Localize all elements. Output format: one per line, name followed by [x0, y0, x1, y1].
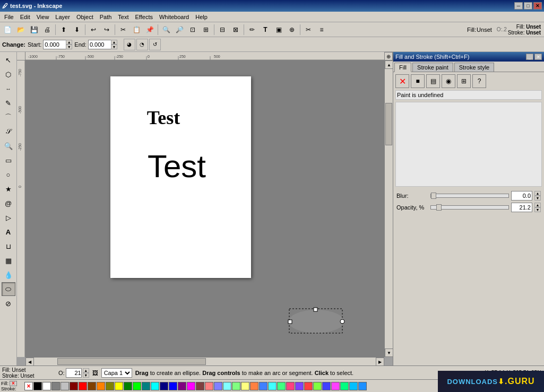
- color-swatch-aqua[interactable]: [268, 382, 277, 390]
- menu-whiteboard[interactable]: Whiteboard: [156, 13, 192, 21]
- color-swatch-chartreuse[interactable]: [313, 382, 322, 390]
- pencil-tool[interactable]: ✎: [2, 96, 15, 110]
- scroll-left-button[interactable]: ◀: [25, 358, 34, 365]
- zoom-corner-button[interactable]: ⊕: [384, 52, 393, 60]
- dropper-tool[interactable]: 💧: [2, 268, 15, 282]
- rect-tool[interactable]: ▭: [2, 153, 15, 167]
- color-swatch-rose[interactable]: [286, 382, 295, 390]
- color-swatch-pink[interactable]: [205, 382, 213, 390]
- color-swatch-brown[interactable]: [196, 382, 204, 390]
- arc-reset-button[interactable]: ↺: [149, 39, 161, 50]
- ellipse-active-tool[interactable]: ⬭: [2, 282, 15, 296]
- no-paint-button[interactable]: ✕: [395, 74, 409, 88]
- paint-bucket-tool[interactable]: ⊘: [2, 297, 15, 310]
- end-spin-up[interactable]: ▲: [111, 40, 117, 45]
- zoom-out-button[interactable]: 🔎: [173, 23, 186, 36]
- color-swatch-mint[interactable]: [277, 382, 286, 390]
- panel-minimize-button[interactable]: _: [526, 54, 533, 60]
- color-swatch-light-green[interactable]: [232, 382, 240, 390]
- color-swatch-olive[interactable]: [106, 382, 114, 390]
- menu-edit[interactable]: Edit: [17, 13, 33, 21]
- opacity-spin-up[interactable]: ▲: [534, 203, 541, 207]
- end-input[interactable]: ▲ ▼: [88, 40, 117, 49]
- tb-tool5[interactable]: ▣: [272, 23, 285, 36]
- scroll-thumb-v[interactable]: [385, 103, 392, 145]
- color-swatch-teal[interactable]: [142, 382, 150, 390]
- color-swatch-blue[interactable]: [169, 382, 177, 390]
- star-tool[interactable]: ★: [2, 182, 15, 196]
- color-swatch-green-dark[interactable]: [124, 382, 132, 390]
- undo-button[interactable]: ↩: [87, 23, 100, 36]
- gradient-tool[interactable]: ▦: [2, 254, 15, 267]
- select-tool[interactable]: ↖: [2, 53, 15, 67]
- start-spin-down[interactable]: ▼: [66, 45, 72, 49]
- color-swatch-light-blue[interactable]: [214, 382, 222, 390]
- arrow-tool[interactable]: ▷: [2, 211, 15, 224]
- start-spinbutton[interactable]: ▲ ▼: [66, 40, 72, 49]
- save-button[interactable]: 💾: [28, 23, 40, 36]
- panel-close-button[interactable]: ✕: [534, 54, 542, 60]
- pattern-button[interactable]: ⊞: [457, 74, 471, 88]
- tb-tool2[interactable]: ⊠: [229, 23, 242, 36]
- menu-text[interactable]: Text: [115, 13, 132, 21]
- opacity-slider[interactable]: [430, 205, 509, 210]
- copy-button[interactable]: 📋: [130, 23, 143, 36]
- circle-tool[interactable]: ○: [2, 168, 15, 181]
- tb-tool1[interactable]: ⊟: [216, 23, 229, 36]
- vertical-scrollbar[interactable]: ▲ ▼: [384, 60, 393, 357]
- blur-thumb[interactable]: [431, 193, 436, 199]
- opacity-thumb[interactable]: [436, 204, 442, 211]
- tb-tool3[interactable]: ✏: [246, 23, 258, 36]
- color-swatch-orange-dark[interactable]: [88, 382, 96, 390]
- opacity-input-status[interactable]: [66, 368, 82, 378]
- blur-spinbutton[interactable]: ▲ ▼: [534, 191, 541, 201]
- opacity-spin-down[interactable]: ▼: [534, 207, 541, 212]
- scroll-up-button[interactable]: ▲: [385, 60, 393, 69]
- zoom-in-button[interactable]: 🔍: [160, 23, 172, 36]
- horizontal-scrollbar[interactable]: ◀ ▶: [25, 357, 384, 365]
- color-swatch-springgreen[interactable]: [340, 382, 349, 390]
- scroll-right-button[interactable]: ▶: [376, 358, 384, 365]
- color-swatch-yellow[interactable]: [115, 382, 123, 390]
- color-swatch-violet[interactable]: [295, 382, 304, 390]
- zoom-tool[interactable]: ↔: [2, 82, 15, 95]
- color-swatch-cyan[interactable]: [151, 382, 159, 390]
- color-swatch-hotpink[interactable]: [331, 382, 340, 390]
- node-tool[interactable]: ⬡: [2, 67, 15, 81]
- tb-tool4[interactable]: T: [259, 23, 272, 36]
- start-input[interactable]: ▲ ▼: [43, 40, 72, 49]
- menu-path[interactable]: Path: [97, 13, 115, 21]
- color-swatch-transparent[interactable]: ×: [24, 382, 33, 390]
- color-swatch-tomato[interactable]: [304, 382, 313, 390]
- export-button[interactable]: ⬇: [71, 23, 83, 36]
- start-spin-up[interactable]: ▲: [66, 40, 72, 45]
- color-swatch-white[interactable]: [42, 382, 51, 390]
- flat-color-button[interactable]: ■: [411, 74, 425, 88]
- color-swatch-black[interactable]: [33, 382, 42, 390]
- new-button[interactable]: 📄: [1, 23, 14, 36]
- tb-align[interactable]: ≡: [315, 23, 328, 36]
- color-swatch-light-yellow[interactable]: [241, 382, 249, 390]
- scroll-down-button[interactable]: ▼: [385, 349, 393, 357]
- color-swatch-indigo[interactable]: [322, 382, 331, 390]
- stroke-style-tab[interactable]: Stroke style: [454, 63, 494, 72]
- arc-full-button[interactable]: ◕: [124, 39, 135, 50]
- radial-gradient-button[interactable]: ◉: [442, 74, 455, 88]
- color-swatch-deepskyblue[interactable]: [349, 382, 358, 390]
- text-tool[interactable]: A: [2, 225, 15, 239]
- color-swatch-purple[interactable]: [178, 382, 186, 390]
- color-swatch-silver[interactable]: [61, 382, 69, 390]
- unknown-button[interactable]: ?: [472, 74, 486, 88]
- redo-button[interactable]: ↪: [100, 23, 113, 36]
- magnify-tool[interactable]: 🔍: [2, 139, 15, 153]
- color-swatch-gray[interactable]: [51, 382, 60, 390]
- color-swatch-magenta[interactable]: [187, 382, 195, 390]
- zoom-draw-button[interactable]: ⊞: [200, 23, 212, 36]
- spiral-tool[interactable]: @: [2, 196, 15, 210]
- paste-button[interactable]: 📌: [143, 23, 156, 36]
- opacity-spin-status[interactable]: ▲ ▼: [83, 368, 89, 378]
- fill-tab[interactable]: Fill: [394, 63, 411, 72]
- menu-object[interactable]: Object: [73, 13, 97, 21]
- blur-spin-up[interactable]: ▲: [534, 191, 541, 196]
- color-swatch-gold[interactable]: [250, 382, 258, 390]
